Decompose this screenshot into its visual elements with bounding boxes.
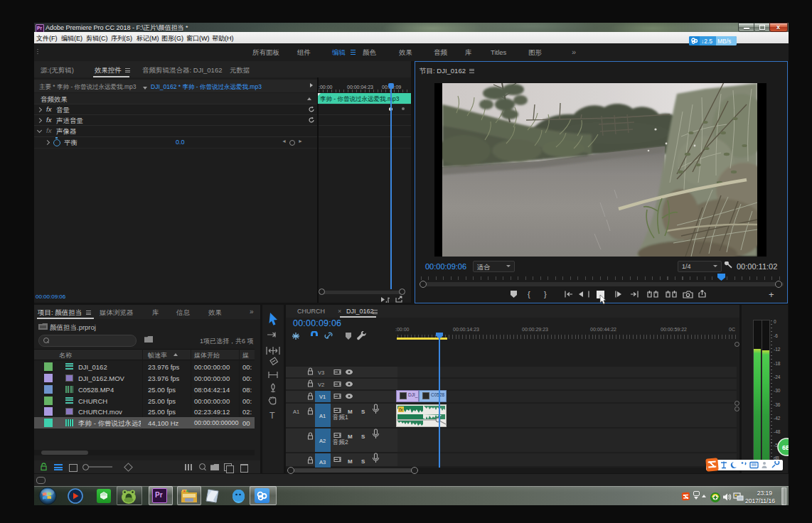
svg-text:A1: A1 — [293, 409, 299, 415]
svg-text:M: M — [348, 433, 353, 440]
svg-text:M: M — [348, 409, 353, 415]
svg-text:V3: V3 — [318, 370, 324, 376]
svg-text:M: M — [348, 458, 353, 465]
svg-text:T: T — [269, 411, 275, 421]
svg-text:S: S — [361, 458, 365, 465]
svg-text:V2: V2 — [318, 382, 324, 388]
svg-text:A3: A3 — [319, 459, 326, 465]
svg-text:A1: A1 — [319, 413, 326, 419]
svg-text:S: S — [361, 433, 365, 440]
svg-text:S: S — [361, 409, 365, 415]
svg-text:V1: V1 — [319, 394, 326, 400]
svg-text:6B: 6B — [782, 444, 789, 451]
svg-text:fx: fx — [399, 407, 403, 412]
svg-text:A2: A2 — [319, 438, 326, 444]
